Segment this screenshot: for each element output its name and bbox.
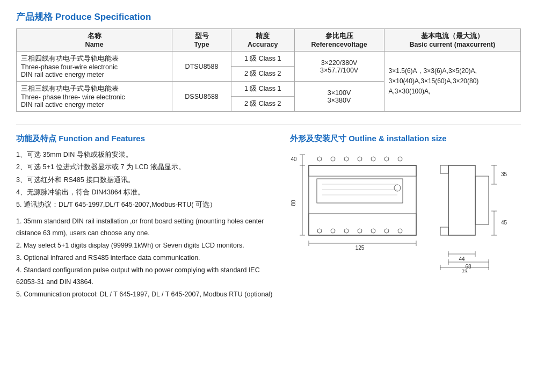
- svg-text:45: 45: [501, 220, 507, 226]
- svg-point-15: [317, 229, 322, 233]
- svg-point-18: [358, 229, 362, 233]
- svg-point-8: [398, 157, 402, 161]
- svg-rect-34: [440, 165, 448, 173]
- svg-point-17: [344, 229, 349, 233]
- svg-point-4: [344, 157, 349, 161]
- svg-point-6: [371, 157, 375, 161]
- spec-table: 名称 Name 型号 Type 精度 Accuracy 参比电压 Referen…: [16, 28, 521, 112]
- col-header-voltage: 参比电压 Referencevoltage: [294, 29, 384, 52]
- features-list-cn: 1、可选 35mm DIN 导轨或板前安装。 2、可选 5+1 位进式计数器显示…: [16, 149, 274, 210]
- row1-accuracy2: 2 级 Class 2: [231, 67, 294, 82]
- outline-title: 外形及安装尺寸 Outline & installation size: [290, 134, 521, 144]
- svg-text:40: 40: [291, 156, 297, 162]
- features-list-en: 1. 35mm standard DIN rail installation ,…: [16, 216, 274, 300]
- svg-point-20: [384, 229, 389, 233]
- svg-text:35: 35: [501, 171, 507, 177]
- svg-point-7: [384, 157, 389, 161]
- svg-point-3: [331, 157, 335, 161]
- svg-rect-33: [448, 165, 475, 235]
- outline-section: 外形及安装尺寸 Outline & installation size: [290, 134, 521, 301]
- svg-point-5: [358, 157, 362, 161]
- svg-point-2: [317, 157, 322, 161]
- outline-diagram: 125 80 40: [290, 149, 521, 273]
- section-divider: [16, 125, 521, 125]
- svg-point-19: [371, 229, 375, 233]
- svg-text:73: 73: [461, 269, 468, 273]
- row1-name: 三相四线有功电子式导轨电能表 Three-phase four-wire ele…: [17, 52, 172, 82]
- svg-rect-14: [309, 214, 416, 235]
- svg-point-16: [331, 229, 335, 233]
- row2-type: DSSU8588: [172, 82, 231, 112]
- outline-svg: 125 80 40: [290, 149, 521, 273]
- col-header-current: 基本电流（最大流） Basic current (maxcurrent): [384, 29, 520, 52]
- svg-point-21: [398, 229, 402, 233]
- svg-text:44: 44: [459, 256, 465, 262]
- row2-name: 三相三线有功电子式导轨电能表 Three- phase three- wire …: [17, 82, 172, 112]
- row1-voltage: 3×220/380V 3×57.7/100V: [294, 52, 384, 82]
- row1-accuracy1: 1 级 Class 1: [231, 52, 294, 67]
- page-title: 产品规格 Produce Specification: [16, 11, 521, 23]
- svg-rect-35: [440, 227, 448, 235]
- svg-rect-36: [475, 176, 489, 224]
- svg-text:80: 80: [291, 200, 296, 206]
- col-header-name: 名称 Name: [17, 29, 172, 52]
- features-section: 功能及特点 Function and Features 1、可选 35mm DI…: [16, 134, 274, 301]
- row2-accuracy1: 1 级 Class 1: [231, 82, 294, 97]
- col-header-type: 型号 Type: [172, 29, 231, 52]
- table-row: 三相四线有功电子式导轨电能表 Three-phase four-wire ele…: [17, 52, 521, 67]
- bottom-section: 功能及特点 Function and Features 1、可选 35mm DI…: [16, 134, 521, 301]
- svg-text:125: 125: [355, 245, 365, 251]
- current-col: 3×1.5(6)A，3×3(6)A,3×5(20)A, 3×10(40)A,3×…: [384, 52, 520, 112]
- col-header-accuracy: 精度 Accuracy: [231, 29, 294, 52]
- row2-voltage: 3×100V 3×380V: [294, 82, 384, 112]
- svg-point-13: [394, 185, 401, 191]
- svg-rect-1: [309, 165, 416, 176]
- svg-rect-9: [317, 179, 403, 203]
- features-title: 功能及特点 Function and Features: [16, 134, 274, 144]
- row1-type: DTSU8588: [172, 52, 231, 82]
- row2-accuracy2: 2 级 Class 2: [231, 97, 294, 112]
